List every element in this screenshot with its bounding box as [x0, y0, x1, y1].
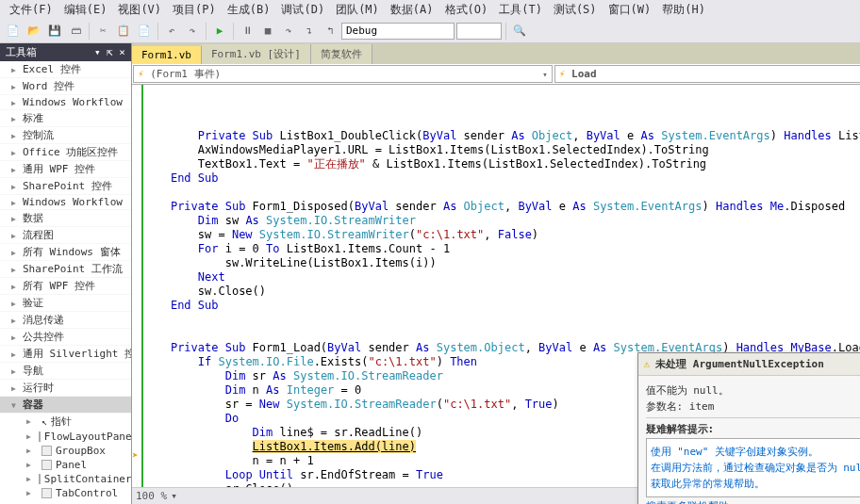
step-icon[interactable]: ↷: [279, 22, 298, 41]
tree-item[interactable]: 控制流: [0, 127, 131, 144]
hint-link[interactable]: 获取此异常的常规帮助。: [651, 477, 860, 491]
menu-item[interactable]: 项目(P): [167, 2, 222, 18]
tree-item[interactable]: 所有 WPF 控件: [0, 278, 131, 295]
method-dropdown[interactable]: ⚡ Load▾: [554, 65, 860, 83]
doc-tab[interactable]: Form1.vb: [132, 46, 202, 64]
menu-item[interactable]: 编辑(E): [58, 2, 113, 18]
chevron-down-icon: ▾: [542, 70, 547, 79]
tree-item[interactable]: 流程图: [0, 227, 131, 244]
save-icon[interactable]: 💾: [45, 22, 64, 41]
current-line-arrow: ➤: [132, 448, 139, 463]
menu-bar: 文件(F)编辑(E)视图(V)项目(P)生成(B)调试(D)团队(M)数据(A)…: [0, 0, 860, 19]
tree-item[interactable]: 通用 WPF 控件: [0, 161, 131, 178]
doc-tab[interactable]: Form1.vb [设计]: [202, 44, 311, 64]
tree-sub-item[interactable]: GroupBox: [0, 444, 131, 458]
tree-sub-item[interactable]: SplitContainer: [0, 472, 131, 486]
menu-item[interactable]: 测试(S): [548, 2, 603, 18]
menu-item[interactable]: 工具(T): [493, 2, 548, 18]
doc-tabs: Form1.vbForm1.vb [设计]简复软件: [132, 43, 860, 64]
search-help-link[interactable]: 搜索更多联机帮助...: [646, 499, 860, 504]
cut-icon[interactable]: ✂: [93, 22, 112, 41]
config-combo[interactable]: Debug: [341, 23, 455, 40]
tree-item[interactable]: 验证: [0, 295, 131, 312]
tree-item[interactable]: 消息传递: [0, 312, 131, 329]
class-dropdown[interactable]: ⚡ (Form1 事件)▾: [133, 65, 553, 83]
menu-item[interactable]: 视图(V): [112, 2, 167, 18]
menu-item[interactable]: 帮助(H): [656, 2, 711, 18]
tree-item[interactable]: 公共控件: [0, 329, 131, 346]
new-icon[interactable]: 📄: [4, 22, 23, 41]
pause-icon[interactable]: ⏸: [238, 22, 256, 41]
step-over-icon[interactable]: ↴: [300, 22, 319, 41]
tree-sub-item[interactable]: Panel: [0, 458, 131, 472]
tree-item[interactable]: Excel 控件: [0, 61, 131, 78]
save-all-icon[interactable]: 🗃: [66, 22, 85, 41]
paste-icon[interactable]: 📄: [135, 22, 154, 41]
menu-item[interactable]: 文件(F): [4, 2, 58, 18]
redo-icon[interactable]: ↷: [183, 22, 202, 41]
menu-item[interactable]: 格式(O): [439, 2, 494, 18]
tree-item[interactable]: SharePoint 工作流: [0, 261, 131, 278]
tree-item[interactable]: Windows Workflow ...: [0, 95, 131, 110]
toolbox-panel: 工具箱 ▾ ⇱ × Excel 控件Word 控件Windows Workflo…: [0, 43, 132, 504]
toolbox-tree[interactable]: Excel 控件Word 控件Windows Workflow ...标准控制流…: [0, 61, 131, 504]
step-out-icon[interactable]: ↰: [321, 22, 339, 41]
menu-item[interactable]: 数据(A): [385, 2, 439, 18]
tree-sub-item[interactable]: TabControl: [0, 486, 131, 500]
menu-item[interactable]: 窗口(W): [603, 2, 657, 18]
member-dropdowns: ⚡ (Form1 事件)▾ ⚡ Load▾: [132, 64, 860, 85]
menu-item[interactable]: 生成(B): [222, 2, 276, 18]
tree-item[interactable]: Word 控件: [0, 78, 131, 95]
copy-icon[interactable]: 📋: [114, 22, 133, 41]
toolbox-title: 工具箱 ▾ ⇱ ×: [0, 43, 131, 61]
tree-sub-item[interactable]: FlowLayoutPanel: [0, 430, 131, 444]
tree-sub-item[interactable]: ↖ 指针: [0, 414, 131, 430]
editor-area: Form1.vbForm1.vb [设计]简复软件 ⚡ (Form1 事件)▾ …: [132, 43, 860, 504]
tree-item[interactable]: SharePoint 控件: [0, 178, 131, 195]
doc-tab[interactable]: 简复软件: [311, 44, 372, 64]
exception-popup: ⚠未处理 ArgumentNullException × 值不能为 null。 …: [637, 352, 860, 504]
panel-controls[interactable]: ▾ ⇱ ×: [94, 46, 125, 58]
tree-item[interactable]: 容器: [0, 397, 131, 414]
hint-link[interactable]: 在调用方法前，通过检查确定对象是否为 null。: [651, 461, 860, 475]
play-icon[interactable]: ▶: [210, 22, 229, 41]
tree-item[interactable]: Office 功能区控件: [0, 144, 131, 161]
tree-item[interactable]: 运行时: [0, 380, 131, 397]
tree-item[interactable]: Windows Workflow ...: [0, 195, 131, 210]
tree-item[interactable]: 数据: [0, 210, 131, 227]
stop-icon[interactable]: ■: [258, 22, 277, 41]
tree-item[interactable]: 所有 Windows 窗体: [0, 244, 131, 261]
undo-icon[interactable]: ↶: [162, 22, 181, 41]
open-icon[interactable]: 📂: [25, 22, 43, 41]
toolbar: 📄 📂 💾 🗃 ✂ 📋 📄 ↶ ↷ ▶ ⏸ ■ ↷ ↴ ↰ Debug 🔍: [0, 19, 860, 43]
warning-icon: ⚠: [644, 358, 651, 370]
chevron-down-icon: ▾: [171, 490, 177, 502]
tree-item[interactable]: 通用 Silverlight 控件: [0, 346, 131, 363]
menu-item[interactable]: 调试(D): [275, 2, 330, 18]
menu-item[interactable]: 团队(M): [330, 2, 385, 18]
tree-item[interactable]: 导航: [0, 363, 131, 380]
tree-item[interactable]: 标准: [0, 110, 131, 127]
platform-combo[interactable]: [456, 23, 502, 40]
find-icon[interactable]: 🔍: [510, 22, 529, 41]
hint-link[interactable]: 使用 "new" 关键字创建对象实例。: [651, 445, 860, 459]
